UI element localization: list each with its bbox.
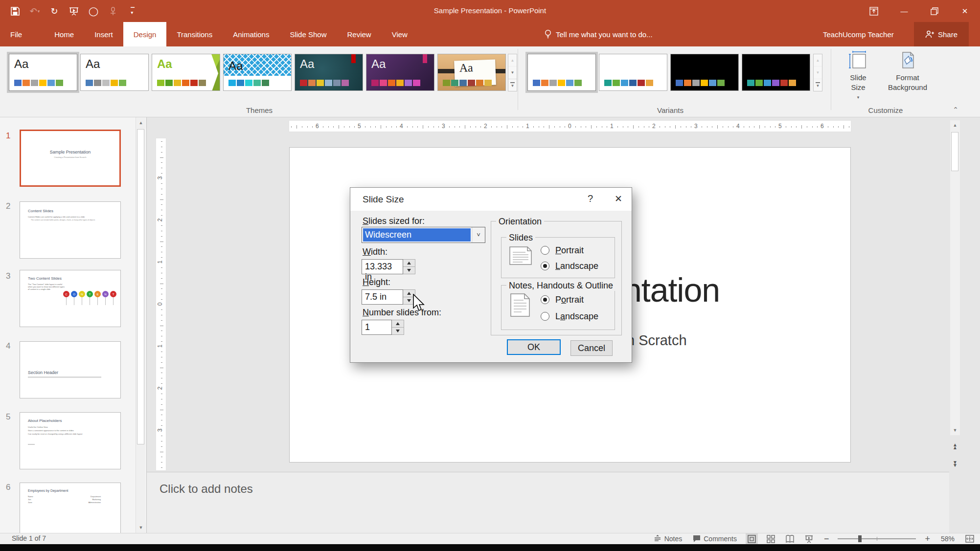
lightbulb-icon bbox=[544, 29, 552, 39]
minimize-icon[interactable]: — bbox=[889, 0, 919, 22]
notes-pane[interactable]: Click to add notes bbox=[147, 472, 949, 533]
cancel-button[interactable]: Cancel bbox=[570, 340, 613, 356]
theme-office[interactable]: Aa bbox=[9, 54, 77, 91]
slide-thumbnail-1[interactable]: Sample Presentation Creating a Presentat… bbox=[20, 130, 121, 187]
dialog-title: Slide Size bbox=[363, 194, 404, 205]
ribbon-display-options-icon[interactable] bbox=[859, 0, 889, 22]
notes-toggle[interactable]: Notes bbox=[652, 533, 684, 544]
scrollbar-thumb[interactable] bbox=[137, 129, 144, 444]
collapse-ribbon-icon[interactable]: ⌃ bbox=[951, 105, 960, 114]
slide-thumbnail-2[interactable]: Content Slides Content Slides are useful… bbox=[20, 201, 121, 259]
slide-size-button[interactable]: Slide Size▾ bbox=[838, 50, 879, 102]
height-field[interactable]: 7.5 in bbox=[362, 289, 403, 305]
next-slide-icon[interactable]: ▼▼ bbox=[950, 458, 960, 470]
notes-placeholder[interactable]: Click to add notes bbox=[160, 482, 253, 496]
tab-review[interactable]: Review bbox=[337, 22, 381, 46]
themes-scroll-up-icon[interactable]: ▲ bbox=[508, 54, 517, 66]
zoom-out-button[interactable]: − bbox=[822, 533, 831, 544]
variants-scroll-up-icon[interactable]: ▲ bbox=[814, 54, 822, 66]
normal-view-button[interactable] bbox=[746, 533, 758, 544]
slide-thumbnail-5[interactable]: About Placeholders Useful for Outline Vi… bbox=[20, 412, 121, 469]
window-title: Sample Presentation - PowerPoint bbox=[0, 6, 980, 15]
number-spinner[interactable] bbox=[392, 320, 404, 335]
themes-scroll-down-icon[interactable]: ▼ bbox=[508, 66, 517, 79]
slides-orientation-group: Slides Portrait Landscape bbox=[501, 237, 615, 278]
scroll-up-icon[interactable]: ▲ bbox=[136, 117, 146, 128]
main-scrollbar-thumb[interactable] bbox=[951, 132, 958, 171]
tell-me-box[interactable]: Tell me what you want to do... bbox=[544, 22, 653, 46]
slide-number: 5 bbox=[6, 412, 10, 422]
variants-gallery-scroll: ▲ ▼ ▼ bbox=[813, 54, 822, 91]
tab-design[interactable]: Design bbox=[123, 22, 167, 46]
theme-office-2[interactable]: Aa bbox=[80, 54, 149, 91]
variant-4[interactable] bbox=[742, 54, 810, 91]
theme-organic[interactable]: Aa bbox=[437, 54, 506, 91]
slides-sized-for-dropdown[interactable]: Widescreen ˅ bbox=[362, 227, 485, 243]
main-scroll-up-icon[interactable]: ▲ bbox=[950, 120, 960, 130]
slide-thumbnail-6[interactable]: Employees by Department NameDepartment J… bbox=[20, 483, 121, 533]
slides-landscape-label[interactable]: Landscape bbox=[555, 261, 598, 271]
slide-counter[interactable]: Slide 1 of 7 bbox=[12, 534, 46, 542]
theme-facet[interactable]: Aa bbox=[152, 54, 220, 91]
slide-sorter-view-button[interactable] bbox=[765, 533, 777, 544]
number-slides-field[interactable]: 1 bbox=[362, 320, 392, 335]
notes-portrait-radio[interactable] bbox=[541, 295, 549, 304]
width-field[interactable]: 13.333 in bbox=[362, 259, 403, 274]
zoom-in-button[interactable]: + bbox=[923, 533, 932, 544]
dialog-help-icon[interactable]: ? bbox=[588, 193, 593, 204]
fit-slide-icon bbox=[965, 535, 974, 543]
width-spinner[interactable] bbox=[403, 259, 415, 274]
slides-landscape-radio[interactable] bbox=[541, 262, 549, 270]
slideshow-view-button[interactable] bbox=[803, 533, 815, 544]
variant-2[interactable] bbox=[599, 54, 667, 91]
reading-view-button[interactable] bbox=[784, 533, 796, 544]
tab-slideshow[interactable]: Slide Show bbox=[279, 22, 337, 46]
thumbnail-panel-scrollbar[interactable]: ▲ ▼ bbox=[136, 117, 145, 533]
tab-transitions[interactable]: Transitions bbox=[166, 22, 223, 46]
number-slides-from-label: Number slides from: bbox=[363, 308, 441, 318]
scroll-down-icon[interactable]: ▼ bbox=[136, 522, 146, 533]
main-scroll-down-icon[interactable]: ▼ bbox=[950, 425, 960, 435]
tab-animations[interactable]: Animations bbox=[223, 22, 279, 46]
zoom-slider-thumb[interactable] bbox=[858, 535, 862, 542]
main-scrollbar[interactable]: ▲ ▼ bbox=[950, 120, 960, 435]
zoom-level[interactable]: 58% bbox=[939, 533, 957, 544]
notes-group-label: Notes, Handouts & Outline bbox=[506, 281, 615, 291]
tab-insert[interactable]: Insert bbox=[84, 22, 123, 46]
restore-icon[interactable] bbox=[919, 0, 950, 22]
slide-thumbnail-4[interactable]: Section Header bbox=[20, 341, 121, 398]
slides-portrait-radio[interactable] bbox=[541, 246, 549, 255]
slide-size-dialog: Slide Size ? ✕ Slides sized for: Widescr… bbox=[350, 187, 632, 363]
tab-home[interactable]: Home bbox=[44, 22, 84, 46]
fit-slide-button[interactable] bbox=[963, 533, 976, 544]
variants-scroll-down-icon[interactable]: ▼ bbox=[814, 66, 822, 79]
notes-landscape-label[interactable]: Landscape bbox=[555, 311, 598, 322]
previous-slide-icon[interactable]: ▲▲ bbox=[950, 440, 960, 453]
theme-ion-boardroom[interactable]: Aa bbox=[366, 54, 434, 91]
format-background-button[interactable]: Format Background bbox=[881, 50, 934, 92]
variants-more-icon[interactable]: ▼ bbox=[814, 79, 822, 91]
themes-gallery-scroll: ▲ ▼ ▼ bbox=[508, 54, 517, 91]
variant-3[interactable] bbox=[670, 54, 739, 91]
dialog-close-icon[interactable]: ✕ bbox=[615, 193, 622, 204]
ribbon-tab-row: File Home Insert Design Transitions Anim… bbox=[0, 22, 980, 46]
comments-toggle[interactable]: Comments bbox=[691, 533, 739, 544]
ok-button[interactable]: OK bbox=[507, 339, 561, 355]
notes-landscape-radio[interactable] bbox=[541, 312, 549, 321]
slide-thumbnail-3[interactable]: Two Content Slides The "Two Content" sli… bbox=[20, 270, 121, 327]
share-button[interactable]: Share bbox=[914, 22, 969, 46]
theme-integral[interactable]: Aa bbox=[223, 54, 292, 91]
close-icon[interactable]: ✕ bbox=[950, 0, 980, 22]
zoom-slider[interactable] bbox=[838, 538, 916, 539]
account-name[interactable]: TeachUcomp Teacher bbox=[823, 22, 894, 46]
dialog-title-bar[interactable]: Slide Size ? ✕ bbox=[350, 188, 632, 211]
dropdown-chevron-icon[interactable]: ˅ bbox=[472, 227, 485, 242]
tab-file[interactable]: File bbox=[0, 22, 32, 46]
theme-ion[interactable]: Aa bbox=[295, 54, 363, 91]
slide-size-icon bbox=[848, 50, 868, 70]
tab-view[interactable]: View bbox=[382, 22, 418, 46]
notes-portrait-label[interactable]: Portrait bbox=[555, 295, 584, 305]
slides-portrait-label[interactable]: Portrait bbox=[555, 245, 584, 256]
variant-1[interactable] bbox=[527, 54, 596, 91]
themes-more-icon[interactable]: ▼ bbox=[508, 79, 517, 91]
